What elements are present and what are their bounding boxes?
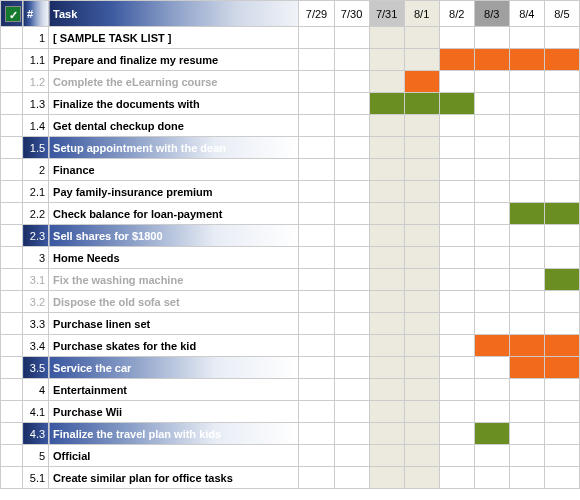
- gantt-cell[interactable]: [509, 27, 544, 49]
- gantt-cell[interactable]: [334, 335, 369, 357]
- row-check-cell[interactable]: [1, 71, 23, 93]
- gantt-cell[interactable]: [474, 335, 509, 357]
- gantt-cell[interactable]: [544, 247, 579, 269]
- row-check-cell[interactable]: [1, 181, 23, 203]
- gantt-cell[interactable]: [369, 291, 404, 313]
- gantt-cell[interactable]: [544, 115, 579, 137]
- gantt-cell[interactable]: [369, 225, 404, 247]
- table-row[interactable]: 3.4Purchase skates for the kid: [1, 335, 580, 357]
- table-row[interactable]: 1.5Setup appointment with the dean: [1, 137, 580, 159]
- gantt-cell[interactable]: [369, 181, 404, 203]
- gantt-cell[interactable]: [509, 71, 544, 93]
- gantt-cell[interactable]: [474, 313, 509, 335]
- gantt-cell[interactable]: [404, 467, 439, 489]
- table-row[interactable]: 4Entertainment: [1, 379, 580, 401]
- gantt-cell[interactable]: [404, 445, 439, 467]
- gantt-cell[interactable]: [439, 401, 474, 423]
- header-date-6[interactable]: 8/4: [509, 1, 544, 27]
- gantt-cell[interactable]: [404, 93, 439, 115]
- gantt-cell[interactable]: [544, 379, 579, 401]
- gantt-cell[interactable]: [439, 247, 474, 269]
- row-check-cell[interactable]: [1, 159, 23, 181]
- row-check-cell[interactable]: [1, 401, 23, 423]
- row-check-cell[interactable]: [1, 357, 23, 379]
- gantt-cell[interactable]: [544, 335, 579, 357]
- table-row[interactable]: 4.1Purchase Wii: [1, 401, 580, 423]
- gantt-cell[interactable]: [509, 335, 544, 357]
- gantt-cell[interactable]: [369, 27, 404, 49]
- gantt-cell[interactable]: [334, 181, 369, 203]
- row-check-cell[interactable]: [1, 247, 23, 269]
- gantt-cell[interactable]: [509, 445, 544, 467]
- gantt-cell[interactable]: [404, 115, 439, 137]
- row-check-cell[interactable]: [1, 203, 23, 225]
- gantt-cell[interactable]: [439, 269, 474, 291]
- header-date-3[interactable]: 8/1: [404, 1, 439, 27]
- gantt-cell[interactable]: [299, 203, 334, 225]
- gantt-cell[interactable]: [404, 225, 439, 247]
- gantt-cell[interactable]: [474, 115, 509, 137]
- gantt-cell[interactable]: [369, 423, 404, 445]
- gantt-cell[interactable]: [439, 335, 474, 357]
- gantt-cell[interactable]: [509, 291, 544, 313]
- gantt-cell[interactable]: [404, 159, 439, 181]
- gantt-cell[interactable]: [334, 225, 369, 247]
- gantt-cell[interactable]: [299, 467, 334, 489]
- gantt-cell[interactable]: [439, 115, 474, 137]
- row-check-cell[interactable]: [1, 27, 23, 49]
- gantt-cell[interactable]: [544, 357, 579, 379]
- gantt-cell[interactable]: [334, 357, 369, 379]
- gantt-cell[interactable]: [369, 445, 404, 467]
- row-check-cell[interactable]: [1, 313, 23, 335]
- header-date-5[interactable]: 8/3: [474, 1, 509, 27]
- gantt-cell[interactable]: [334, 379, 369, 401]
- gantt-cell[interactable]: [509, 181, 544, 203]
- gantt-cell[interactable]: [404, 181, 439, 203]
- gantt-cell[interactable]: [334, 445, 369, 467]
- row-check-cell[interactable]: [1, 291, 23, 313]
- header-date-4[interactable]: 8/2: [439, 1, 474, 27]
- gantt-cell[interactable]: [299, 401, 334, 423]
- row-check-cell[interactable]: [1, 93, 23, 115]
- gantt-cell[interactable]: [404, 379, 439, 401]
- gantt-cell[interactable]: [474, 27, 509, 49]
- gantt-cell[interactable]: [474, 467, 509, 489]
- gantt-cell[interactable]: [509, 269, 544, 291]
- gantt-cell[interactable]: [299, 93, 334, 115]
- gantt-cell[interactable]: [474, 379, 509, 401]
- gantt-cell[interactable]: [334, 93, 369, 115]
- gantt-cell[interactable]: [544, 49, 579, 71]
- gantt-cell[interactable]: [544, 203, 579, 225]
- gantt-cell[interactable]: [474, 357, 509, 379]
- gantt-cell[interactable]: [299, 27, 334, 49]
- gantt-cell[interactable]: [299, 115, 334, 137]
- table-row[interactable]: 3.2Dispose the old sofa set: [1, 291, 580, 313]
- gantt-cell[interactable]: [369, 467, 404, 489]
- gantt-cell[interactable]: [544, 93, 579, 115]
- table-row[interactable]: 2.2Check balance for loan-payment: [1, 203, 580, 225]
- gantt-cell[interactable]: [334, 27, 369, 49]
- gantt-cell[interactable]: [299, 269, 334, 291]
- gantt-cell[interactable]: [404, 49, 439, 71]
- gantt-cell[interactable]: [474, 181, 509, 203]
- gantt-cell[interactable]: [439, 357, 474, 379]
- gantt-cell[interactable]: [474, 225, 509, 247]
- gantt-cell[interactable]: [334, 159, 369, 181]
- gantt-cell[interactable]: [509, 247, 544, 269]
- gantt-cell[interactable]: [404, 27, 439, 49]
- gantt-cell[interactable]: [299, 313, 334, 335]
- row-check-cell[interactable]: [1, 445, 23, 467]
- row-check-cell[interactable]: [1, 467, 23, 489]
- gantt-cell[interactable]: [299, 181, 334, 203]
- gantt-cell[interactable]: [439, 137, 474, 159]
- gantt-cell[interactable]: [369, 269, 404, 291]
- gantt-cell[interactable]: [509, 423, 544, 445]
- gantt-cell[interactable]: [509, 357, 544, 379]
- gantt-cell[interactable]: [369, 357, 404, 379]
- table-row[interactable]: 1[ SAMPLE TASK LIST ]: [1, 27, 580, 49]
- table-row[interactable]: 1.3Finalize the documents with: [1, 93, 580, 115]
- row-check-cell[interactable]: [1, 115, 23, 137]
- gantt-cell[interactable]: [509, 137, 544, 159]
- gantt-cell[interactable]: [509, 159, 544, 181]
- gantt-cell[interactable]: [509, 225, 544, 247]
